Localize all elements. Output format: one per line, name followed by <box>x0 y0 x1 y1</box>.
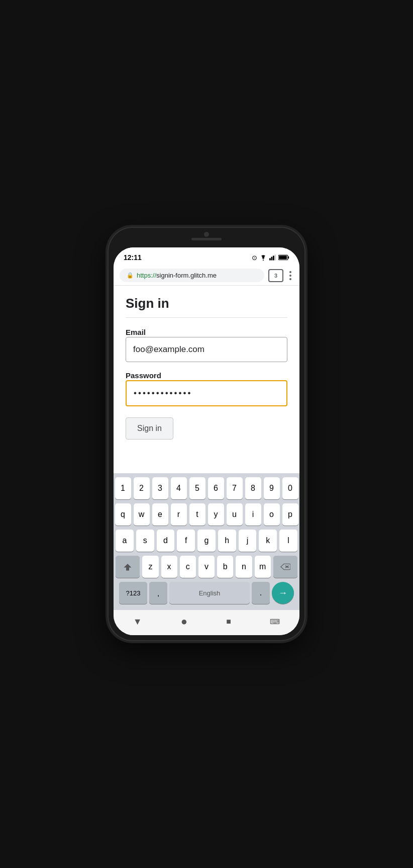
email-label: Email <box>126 328 146 336</box>
battery-icon <box>278 254 289 261</box>
camera-area <box>109 228 304 238</box>
keyboard-row-bottom: ?123 , English . → <box>116 582 297 604</box>
nav-keyboard-icon[interactable]: ⌨ <box>270 618 280 626</box>
key-u[interactable]: u <box>227 503 243 526</box>
page-content: Sign in Email Password Sign in <box>114 286 299 473</box>
url-domain: signin-form.glitch.me <box>156 272 217 279</box>
phone-frame: 12:11 ⊙ <box>109 228 304 640</box>
svg-rect-1 <box>269 258 271 260</box>
svg-rect-3 <box>273 256 274 261</box>
keyboard: 1 2 3 4 5 6 7 8 9 0 q w e r t y u i <box>114 473 299 610</box>
signal-icon <box>269 254 276 261</box>
key-g[interactable]: g <box>197 530 216 552</box>
speaker <box>191 238 222 240</box>
sign-in-button[interactable]: Sign in <box>126 417 173 440</box>
key-l[interactable]: l <box>279 530 297 552</box>
svg-rect-4 <box>275 254 276 260</box>
nav-home-icon[interactable]: ● <box>181 615 187 628</box>
menu-dot <box>289 278 291 280</box>
key-f[interactable]: f <box>177 530 195 552</box>
menu-dot <box>289 271 291 273</box>
svg-rect-7 <box>279 255 287 259</box>
period-key[interactable]: . <box>252 582 270 604</box>
key-m[interactable]: m <box>255 556 271 578</box>
menu-button[interactable] <box>287 269 293 282</box>
key-7[interactable]: 7 <box>227 477 243 499</box>
key-q[interactable]: q <box>115 503 131 526</box>
key-d[interactable]: d <box>157 530 175 552</box>
svg-rect-2 <box>271 257 273 261</box>
svg-point-0 <box>263 259 264 261</box>
key-6[interactable]: 6 <box>208 477 224 499</box>
key-w[interactable]: w <box>134 503 150 526</box>
key-3[interactable]: 3 <box>152 477 168 499</box>
key-1[interactable]: 1 <box>115 477 131 499</box>
key-z[interactable]: z <box>142 556 158 578</box>
space-key[interactable]: English <box>169 582 250 604</box>
status-time: 12:11 <box>124 253 142 262</box>
enter-key[interactable]: → <box>272 582 294 604</box>
key-v[interactable]: v <box>198 556 215 578</box>
key-y[interactable]: y <box>208 503 224 526</box>
numbers-switch-key[interactable]: ?123 <box>119 582 147 604</box>
key-4[interactable]: 4 <box>171 477 187 499</box>
backspace-key[interactable] <box>273 556 297 578</box>
keyboard-row-zxcv: z x c v b n m <box>116 556 297 578</box>
menu-dot <box>289 275 291 277</box>
comma-key[interactable]: , <box>149 582 167 604</box>
shift-key[interactable] <box>116 556 140 578</box>
url-text: https://signin-form.glitch.me <box>137 272 217 279</box>
key-t[interactable]: t <box>189 503 205 526</box>
keyboard-row-numbers: 1 2 3 4 5 6 7 8 9 0 <box>116 477 297 499</box>
nav-back-icon[interactable]: ▼ <box>133 617 142 627</box>
key-0[interactable]: 0 <box>282 477 298 499</box>
key-h[interactable]: h <box>218 530 236 552</box>
title-divider <box>126 317 287 318</box>
url-https: https:// <box>137 272 156 279</box>
phone-screen: 12:11 ⊙ <box>114 247 299 635</box>
key-a[interactable]: a <box>116 530 134 552</box>
password-input[interactable] <box>126 380 287 406</box>
keyboard-row-asdf: a s d f g h j k l <box>116 530 297 552</box>
camera-dot <box>204 232 209 237</box>
key-x[interactable]: x <box>161 556 177 578</box>
status-bar: 12:11 ⊙ <box>114 247 299 266</box>
key-k[interactable]: k <box>259 530 277 552</box>
url-container[interactable]: 🔒 https://signin-form.glitch.me <box>120 269 264 282</box>
email-input[interactable] <box>126 337 287 362</box>
tab-button[interactable]: 3 <box>268 269 283 282</box>
address-bar: 🔒 https://signin-form.glitch.me 3 <box>114 266 299 286</box>
key-r[interactable]: r <box>171 503 187 526</box>
key-p[interactable]: p <box>282 503 298 526</box>
lock-icon: 🔒 <box>127 272 134 279</box>
keyboard-row-qwerty: q w e r t y u i o p <box>116 503 297 526</box>
svg-rect-6 <box>288 256 289 259</box>
status-icons: ⊙ <box>252 254 289 262</box>
key-b[interactable]: b <box>217 556 233 578</box>
key-2[interactable]: 2 <box>134 477 150 499</box>
key-c[interactable]: c <box>180 556 196 578</box>
key-n[interactable]: n <box>236 556 252 578</box>
password-label: Password <box>126 371 161 380</box>
nav-bar: ▼ ● ■ ⌨ <box>114 610 299 635</box>
nav-recents-icon[interactable]: ■ <box>226 617 231 626</box>
key-5[interactable]: 5 <box>189 477 205 499</box>
key-9[interactable]: 9 <box>264 477 280 499</box>
key-o[interactable]: o <box>264 503 280 526</box>
key-8[interactable]: 8 <box>245 477 261 499</box>
notification-icon: ⊙ <box>252 254 257 262</box>
key-i[interactable]: i <box>245 503 261 526</box>
key-j[interactable]: j <box>239 530 257 552</box>
page-title: Sign in <box>126 296 287 311</box>
wifi-icon <box>259 254 267 261</box>
key-s[interactable]: s <box>136 530 154 552</box>
key-e[interactable]: e <box>152 503 168 526</box>
